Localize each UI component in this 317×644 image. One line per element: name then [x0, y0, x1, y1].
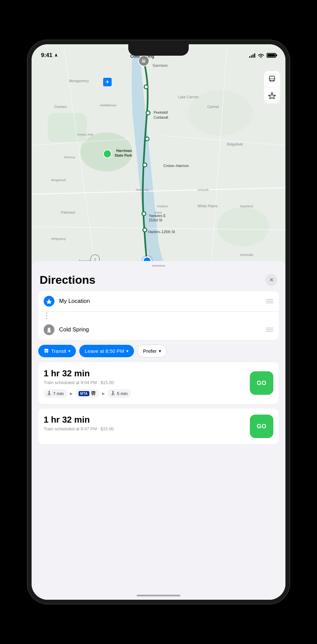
svg-text:Kiryas Joel: Kiryas Joel [77, 132, 93, 136]
origin-label: My Location [59, 298, 261, 305]
svg-point-71 [45, 352, 46, 353]
svg-point-13 [144, 85, 148, 89]
svg-text:Harriman: Harriman [116, 149, 132, 153]
departure-filter-button[interactable]: Leave at 8:50 PM ▾ [79, 345, 134, 357]
svg-point-63 [273, 80, 274, 81]
notch [128, 44, 189, 56]
svg-text:Ridgefield: Ridgefield [227, 142, 243, 146]
svg-text:Monroe: Monroe [64, 155, 75, 159]
battery-fill [268, 54, 275, 57]
svg-text:Stamford: Stamford [240, 204, 253, 208]
map-svg: Cold Spring Garrison Montgomery Goshen K… [32, 44, 285, 279]
transit-filter-button[interactable]: Transit ▾ [38, 345, 76, 357]
svg-text:Ringwood: Ringwood [51, 178, 65, 182]
destination-row[interactable]: Cold Spring [38, 320, 279, 340]
phone-frame: 9:41 [28, 40, 289, 604]
walk-icon [47, 391, 51, 396]
route-card-1[interactable]: 1 hr 32 min Train scheduled at 9:04 PM ·… [38, 362, 279, 404]
prefer-label: Prefer [143, 348, 157, 354]
svg-text:Croton–Harmon: Croton–Harmon [164, 164, 189, 168]
origin-row[interactable]: My Location [38, 291, 279, 312]
status-time: 9:41 [41, 52, 58, 59]
walk-step-2: 5 min [107, 389, 131, 398]
handle-line [266, 328, 273, 328]
handle-line [266, 331, 273, 332]
svg-point-0 [261, 57, 262, 58]
svg-text:✈: ✈ [105, 79, 109, 85]
location-arrow-icon [54, 53, 58, 58]
walk-icon-2 [111, 391, 115, 396]
origin-icon [44, 296, 54, 307]
svg-text:Carmel: Carmel [207, 105, 219, 109]
bar2 [251, 55, 252, 58]
destination-label: Cold Spring [59, 326, 261, 333]
departure-label: Leave at 8:50 PM [85, 348, 124, 354]
route-detail-1: Train scheduled at 9:04 PM · $15.00 [44, 380, 244, 385]
handle-line [266, 299, 273, 300]
svg-text:Armonk: Armonk [197, 188, 209, 192]
route-duration-1: 1 hr 32 min [44, 368, 244, 379]
train-step-1: MTA [75, 389, 99, 398]
prefer-filter-button[interactable]: Prefer ▾ [137, 344, 167, 358]
svg-text:Hicksville: Hicksville [240, 253, 253, 257]
home-indicator [137, 595, 180, 596]
bar3 [253, 54, 254, 58]
route-duration-2: 1 hr 32 min [44, 415, 244, 425]
prefer-chevron: ▾ [159, 348, 161, 354]
destination-icon [44, 324, 54, 335]
map-buttons [264, 71, 280, 103]
transit-icon [268, 75, 276, 83]
close-button[interactable]: ✕ [265, 274, 277, 286]
svg-text:Harlem–125th St: Harlem–125th St [148, 230, 175, 234]
location-button[interactable] [264, 87, 280, 103]
time-display: 9:41 [41, 52, 52, 59]
drag-handle[interactable] [152, 265, 165, 267]
route-detail-2: Train scheduled at 9:47 PM · $15.00 [44, 426, 244, 431]
go-button-2[interactable]: GO [250, 415, 273, 438]
route-steps-1: 7 min ▶ MTA [44, 389, 244, 398]
svg-rect-74 [91, 391, 95, 394]
walk-label-2: 5 min [117, 391, 128, 396]
origin-handle[interactable] [266, 299, 273, 303]
svg-text:Middletown: Middletown [100, 103, 117, 107]
svg-text:White Plains: White Plains [197, 204, 217, 208]
svg-text:Cortlandt: Cortlandt [153, 115, 168, 119]
destination-handle[interactable] [266, 328, 273, 332]
status-icons [249, 53, 276, 58]
svg-point-17 [142, 212, 146, 216]
transit-mode-button[interactable] [264, 71, 280, 87]
handle-line [266, 303, 273, 303]
svg-text:Garrison: Garrison [153, 63, 168, 67]
svg-point-18 [143, 228, 147, 232]
monument-icon [46, 327, 52, 333]
svg-point-16 [143, 163, 147, 167]
go-button-1[interactable]: GO [250, 371, 273, 395]
svg-text:Montgomery: Montgomery [69, 79, 89, 83]
handle-line [266, 301, 273, 302]
navigation-icon [46, 298, 52, 304]
train-icon [91, 391, 96, 396]
wifi-icon [258, 53, 264, 58]
arrow-1: ▶ [70, 391, 73, 396]
transit-filter-label: Transit [51, 348, 66, 354]
transit-chevron: ▾ [68, 348, 71, 354]
svg-point-5 [217, 207, 269, 246]
route-info-2: 1 hr 32 min Train scheduled at 9:47 PM ·… [44, 415, 244, 435]
handle-line [266, 329, 273, 330]
svg-text:Goshen: Goshen [54, 105, 67, 109]
location-icon [268, 92, 276, 99]
svg-text:Whippany: Whippany [51, 237, 65, 240]
directions-header: Directions ✕ [38, 273, 279, 286]
battery-icon [267, 53, 276, 58]
svg-point-73 [49, 391, 50, 392]
map-area[interactable]: Cold Spring Garrison Montgomery Goshen K… [32, 44, 285, 279]
svg-point-72 [47, 352, 48, 353]
route-card-2[interactable]: 1 hr 32 min Train scheduled at 9:47 PM ·… [38, 409, 279, 444]
svg-text:153rd St: 153rd St [149, 218, 162, 222]
route-info-1: 1 hr 32 min Train scheduled at 9:04 PM ·… [44, 368, 244, 398]
bar1 [249, 56, 250, 58]
bottom-sheet: Directions ✕ My Location [32, 261, 285, 600]
svg-text:Lake Carmel: Lake Carmel [178, 95, 198, 99]
svg-text:State Park: State Park [115, 153, 132, 157]
svg-point-80 [112, 391, 114, 392]
